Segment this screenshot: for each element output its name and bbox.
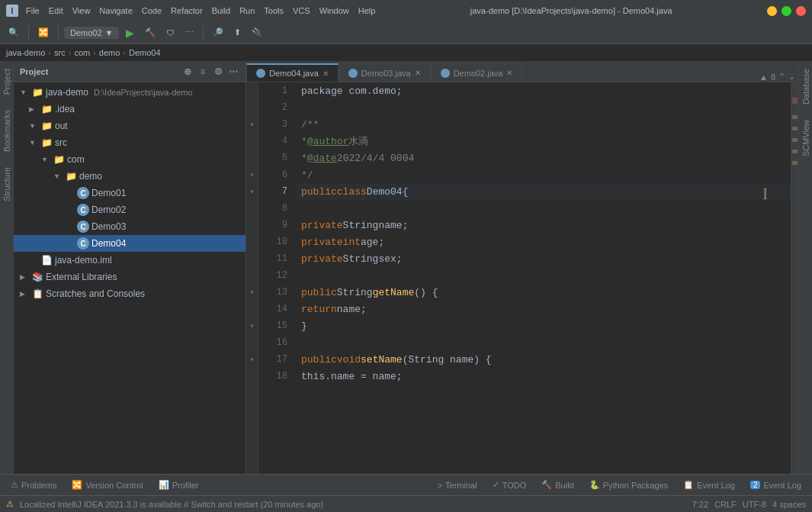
run-config[interactable]: Demo02 ▼: [64, 27, 119, 39]
tab-Demo03-java[interactable]: Demo03.java✕: [339, 63, 431, 82]
bottom-tab-event-log[interactable]: 📋Event Log: [677, 478, 741, 491]
tab-close-btn[interactable]: ✕: [323, 69, 329, 78]
tree-item-demo04[interactable]: CDemo04: [14, 235, 246, 252]
tree-item-java-demo.iml[interactable]: 📄java-demo.iml: [14, 252, 246, 269]
breadcrumb-item-2[interactable]: com: [74, 48, 90, 57]
code-line-16[interactable]: [295, 334, 791, 351]
minimize-button[interactable]: [767, 6, 777, 16]
run-coverage-button[interactable]: 🛡: [162, 27, 178, 39]
update-button[interactable]: ⬆: [230, 26, 245, 39]
code-line-13[interactable]: public String getName() {: [295, 284, 791, 301]
code-content[interactable]: package com.demo;/** * @author 水滴 * @dat…: [295, 82, 791, 474]
run-button[interactable]: ▶: [122, 25, 138, 40]
tree-item-external-libraries[interactable]: ▶📚External Libraries: [14, 269, 246, 285]
menu-item-vcs[interactable]: VCS: [293, 6, 310, 15]
code-line-17[interactable]: public void setName(String name) {: [295, 351, 791, 368]
breadcrumb-item-3[interactable]: demo: [99, 48, 120, 57]
warnings-up-btn[interactable]: ⌃: [778, 72, 785, 82]
more-btn[interactable]: ⋯: [227, 66, 239, 78]
file-encoding[interactable]: UTF-8: [743, 500, 766, 509]
maximize-button[interactable]: [782, 6, 791, 16]
event-log-badge[interactable]: 2 Event Log: [744, 479, 807, 491]
bottom-tab-problems[interactable]: ⚠Problems: [5, 478, 63, 491]
bottom-tab-profiler[interactable]: 📊Profiler: [152, 478, 205, 491]
menu-item-navigate[interactable]: Navigate: [99, 6, 132, 15]
editor-scrollbar[interactable]: [791, 82, 798, 474]
code-line-12[interactable]: [295, 267, 791, 284]
close-button[interactable]: [796, 6, 806, 16]
scroll-warning-indicator4: [792, 150, 798, 153]
project-panel-tab[interactable]: Project: [0, 61, 14, 102]
editor-tabs[interactable]: Demo04.java✕Demo03.java✕Demo02.java✕ ▲ 8…: [246, 61, 798, 82]
menu-item-run[interactable]: Run: [239, 6, 255, 15]
code-line-8[interactable]: [295, 200, 791, 217]
find-button[interactable]: 🔎: [209, 26, 227, 39]
tree-item-java-demo[interactable]: ▼📁java-demoD:\IdeaProjects\java-demo: [14, 84, 246, 101]
menu-item-code[interactable]: Code: [142, 6, 162, 15]
show-options-btn[interactable]: ⚙: [212, 66, 224, 78]
status-message[interactable]: Localized IntelliJ IDEA 2021.3.3 is avai…: [20, 500, 323, 509]
code-line-14[interactable]: return name;: [295, 301, 791, 317]
breadcrumb-item-0[interactable]: java-demo: [6, 48, 45, 57]
tree-item-scratches-and-consoles[interactable]: ▶📋Scratches and Consoles: [14, 285, 246, 302]
code-line-6[interactable]: */: [295, 166, 791, 183]
bookmarks-panel-tab[interactable]: Bookmarks: [0, 102, 14, 159]
tree-item-demo[interactable]: ▼📁demo: [14, 168, 246, 185]
git-btn[interactable]: 🔀: [34, 26, 53, 39]
bottom-tab-terminal[interactable]: >Terminal: [432, 479, 483, 491]
code-line-10[interactable]: private int age;: [295, 233, 791, 250]
bottom-tab-build[interactable]: 🔨Build: [535, 478, 579, 491]
new-item-btn[interactable]: ⊕: [181, 66, 194, 78]
tree-item-.idea[interactable]: ▶📁.idea: [14, 101, 246, 118]
tree-item-com[interactable]: ▼📁com: [14, 151, 246, 168]
code-line-9[interactable]: private String name;: [295, 217, 791, 233]
code-line-15[interactable]: }: [295, 317, 791, 334]
tab-close-btn[interactable]: ✕: [415, 69, 421, 77]
collapse-all-btn[interactable]: ≡: [197, 66, 209, 78]
tree-item-demo03[interactable]: CDemo03: [14, 218, 246, 235]
code-line-3[interactable]: /**: [295, 116, 791, 133]
menu-item-view[interactable]: View: [72, 6, 91, 15]
menu-item-build[interactable]: Build: [212, 6, 230, 15]
cursor-position[interactable]: 7:22: [692, 500, 708, 509]
structure-panel-tab[interactable]: Structure: [0, 159, 14, 209]
search-everywhere-btn[interactable]: 🔍: [5, 26, 23, 39]
bottom-tab-python-packages[interactable]: 🐍Python Packages: [583, 478, 675, 491]
bottom-tab-version-control[interactable]: 🔀Version Control: [66, 478, 149, 491]
build-button[interactable]: 🔨: [141, 26, 159, 39]
bottom-tab-todo[interactable]: ✓TODO: [486, 478, 533, 491]
tab-Demo02-java[interactable]: Demo02.java✕: [431, 63, 523, 82]
sidebar-tools[interactable]: ⊕ ≡ ⚙ ⋯: [181, 66, 239, 78]
code-line-7[interactable]: public class Demo04 {: [295, 183, 791, 200]
tree-item-demo02[interactable]: CDemo02: [14, 201, 246, 218]
code-line-4[interactable]: * @author 水滴: [295, 133, 791, 150]
menu-item-edit[interactable]: Edit: [49, 6, 63, 15]
menu-bar[interactable]: FileEditViewNavigateCodeRefactorBuildRun…: [26, 6, 375, 15]
code-line-2[interactable]: [295, 99, 791, 116]
indent-setting[interactable]: 4 spaces: [772, 500, 806, 509]
breadcrumb-item-4[interactable]: Demo04: [129, 48, 161, 57]
code-editor[interactable]: ▼▼▼▼▼▼ 123456789101112131415161718 packa…: [246, 82, 791, 474]
tab-Demo04-java[interactable]: Demo04.java✕: [246, 63, 339, 82]
menu-item-refactor[interactable]: Refactor: [171, 6, 203, 15]
menu-item-help[interactable]: Help: [358, 6, 376, 15]
code-line-11[interactable]: private String sex;: [295, 250, 791, 267]
tab-close-btn[interactable]: ✕: [506, 69, 512, 77]
code-line-1[interactable]: package com.demo;: [295, 82, 791, 99]
plugin-button[interactable]: 🔌: [248, 26, 266, 39]
line-ending[interactable]: CRLF: [714, 500, 737, 509]
menu-item-tools[interactable]: Tools: [264, 6, 284, 15]
code-line-5[interactable]: * @date 2022/4/4 0004: [295, 150, 791, 166]
breadcrumb-item-1[interactable]: src: [54, 48, 66, 57]
more-run-btn[interactable]: ⋯: [181, 26, 197, 39]
menu-item-file[interactable]: File: [26, 6, 40, 15]
scmview-panel-tab[interactable]: SCMView: [799, 112, 813, 164]
menu-item-window[interactable]: Window: [319, 6, 349, 15]
warnings-down-btn[interactable]: ⌄: [788, 72, 795, 82]
tree-item-demo01[interactable]: CDemo01: [14, 185, 246, 201]
code-line-18[interactable]: this.name = name;: [295, 368, 791, 385]
database-panel-tab[interactable]: Database: [799, 61, 813, 112]
tree-item-src[interactable]: ▼📁src: [14, 134, 246, 151]
window-controls[interactable]: [767, 6, 806, 16]
tree-item-out[interactable]: ▼📁out: [14, 118, 246, 134]
